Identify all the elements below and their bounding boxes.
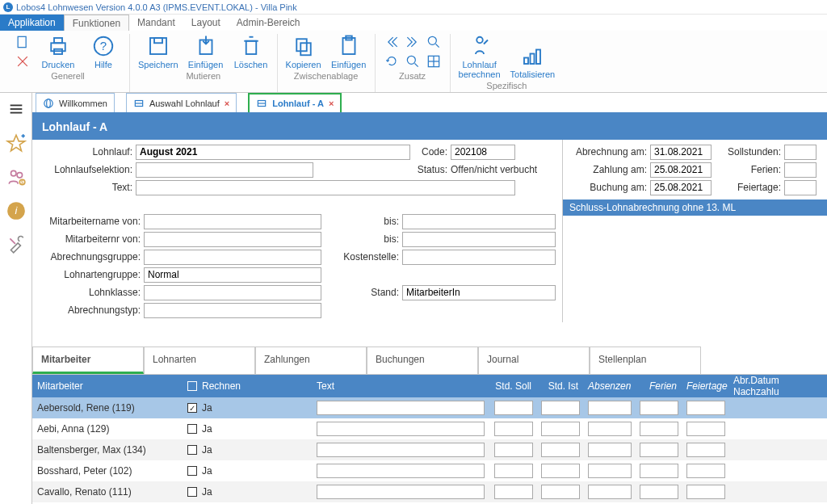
- ribbon-refresh-icon[interactable]: [405, 53, 421, 69]
- col-text[interactable]: Text: [312, 380, 489, 392]
- cell-ferien-input[interactable]: [640, 401, 678, 415]
- lowtab-zahlungen[interactable]: Zahlungen: [255, 346, 367, 374]
- input-zahlung[interactable]: [650, 162, 712, 178]
- cell-feiertage-input[interactable]: [686, 464, 725, 478]
- menu-funktionen[interactable]: Funktionen: [64, 15, 129, 31]
- col-rechnen[interactable]: Rechnen: [202, 380, 241, 392]
- input-sollstunden[interactable]: [784, 145, 817, 160]
- input-ferien[interactable]: [784, 162, 817, 178]
- input-abrechnungstyp[interactable]: [144, 303, 321, 318]
- input-lohnartengruppe[interactable]: [144, 267, 321, 283]
- rail-tools-icon[interactable]: [5, 233, 27, 256]
- input-lohnlauf[interactable]: [136, 145, 410, 160]
- ribbon-speichern[interactable]: Speichern: [138, 34, 178, 69]
- tab-auswahl-close[interactable]: ×: [225, 99, 229, 108]
- rail-info-icon[interactable]: i: [5, 200, 27, 222]
- ribbon-drucken[interactable]: Drucken: [40, 34, 76, 69]
- menu-applikation[interactable]: Applikation: [0, 15, 64, 31]
- tab-lohnlauf-close[interactable]: ×: [329, 99, 334, 108]
- cell-text-input[interactable]: [317, 443, 485, 457]
- ribbon-totalisieren[interactable]: Totalisieren: [510, 44, 556, 79]
- ribbon-prev-icon[interactable]: [384, 34, 400, 50]
- tab-auswahl[interactable]: Auswahl Lohnlauf ×: [126, 93, 237, 112]
- cell-ferien-input[interactable]: [640, 443, 678, 457]
- cell-stdist-input[interactable]: [541, 464, 580, 478]
- col-feiertage[interactable]: Feiertage: [682, 380, 728, 392]
- cell-absenzen-input[interactable]: [588, 443, 632, 457]
- rail-hamburger-icon[interactable]: [5, 98, 27, 120]
- tab-lohnlauf[interactable]: Lohnlauf - A ×: [248, 93, 342, 112]
- ribbon-kopieren[interactable]: Kopieren: [286, 34, 321, 69]
- input-bis2[interactable]: [402, 232, 556, 247]
- input-lohnklasse[interactable]: [144, 285, 321, 300]
- ribbon-loschen[interactable]: Löschen: [233, 34, 269, 69]
- ribbon-grid-icon[interactable]: [426, 53, 442, 69]
- cell-text-input[interactable]: [317, 485, 485, 499]
- cell-feiertage-input[interactable]: [686, 401, 725, 415]
- menu-layout[interactable]: Layout: [183, 15, 229, 31]
- cell-absenzen-input[interactable]: [588, 401, 632, 415]
- cell-stdsoll-input[interactable]: [494, 422, 533, 436]
- input-mitarbeiternr-von[interactable]: [144, 232, 321, 247]
- input-kostenstelle[interactable]: [402, 250, 556, 265]
- menu-admin[interactable]: Admin-Bereich: [229, 15, 309, 31]
- lowtab-mitarbeiter[interactable]: Mitarbeiter: [32, 346, 144, 374]
- cell-ferien-input[interactable]: [640, 485, 678, 499]
- checkbox[interactable]: [187, 466, 197, 476]
- input-bis1[interactable]: [402, 214, 556, 229]
- cell-stdsoll-input[interactable]: [494, 401, 533, 415]
- table-row[interactable]: Aebersold, Rene (119)Ja: [32, 397, 827, 418]
- checkbox[interactable]: [187, 487, 197, 497]
- col-abr[interactable]: Abr.Datum Nachzahlu: [728, 375, 827, 397]
- table-row[interactable]: Cavallo, Renato (111)Ja: [32, 481, 827, 502]
- input-code[interactable]: [451, 145, 515, 160]
- lowtab-lohnarten[interactable]: Lohnarten: [144, 346, 255, 374]
- cell-feiertage-input[interactable]: [686, 485, 725, 499]
- checkbox[interactable]: [187, 403, 197, 413]
- ribbon-next-icon[interactable]: [405, 34, 421, 50]
- ribbon-undo-icon[interactable]: [384, 53, 400, 69]
- menu-mandant[interactable]: Mandant: [129, 15, 183, 31]
- table-row[interactable]: Aebi, Anna (129)Ja: [32, 418, 827, 439]
- input-abrechnungsgruppe[interactable]: [144, 250, 321, 265]
- col-ferien[interactable]: Ferien: [635, 380, 682, 392]
- cell-stdsoll-input[interactable]: [494, 485, 533, 499]
- rail-star-icon[interactable]: [5, 132, 27, 154]
- cell-text-input[interactable]: [317, 464, 485, 478]
- table-row[interactable]: Bosshard, Peter (102)Ja: [32, 460, 827, 481]
- ribbon-new-icon[interactable]: [15, 34, 31, 50]
- ribbon-search-icon[interactable]: [426, 34, 442, 50]
- input-lohnlaufselektion[interactable]: [136, 162, 313, 178]
- cell-absenzen-input[interactable]: [588, 422, 632, 436]
- input-text[interactable]: [136, 180, 515, 195]
- checkbox[interactable]: [187, 445, 197, 455]
- cell-ferien-input[interactable]: [640, 464, 678, 478]
- ribbon-hilfe[interactable]: ? Hilfe: [86, 34, 121, 69]
- input-stand[interactable]: [402, 285, 556, 300]
- cell-stdist-input[interactable]: [541, 443, 580, 457]
- cell-stdist-input[interactable]: [541, 401, 580, 415]
- cell-absenzen-input[interactable]: [588, 464, 632, 478]
- input-mitarbeitername-von[interactable]: [144, 214, 321, 229]
- col-mitarbeiter[interactable]: Mitarbeiter: [32, 380, 183, 392]
- ribbon-einfugen[interactable]: Einfügen: [188, 34, 224, 69]
- cell-feiertage-input[interactable]: [686, 443, 725, 457]
- checkbox[interactable]: [187, 424, 197, 434]
- cell-ferien-input[interactable]: [640, 422, 678, 436]
- header-checkbox-icon[interactable]: [187, 381, 197, 391]
- lowtab-journal[interactable]: Journal: [478, 346, 590, 374]
- input-feiertage[interactable]: [784, 180, 817, 195]
- cell-stdsoll-input[interactable]: [494, 443, 533, 457]
- col-std-soll[interactable]: Std. Soll: [489, 380, 536, 392]
- input-buchung[interactable]: [650, 180, 712, 195]
- ribbon-delete-icon[interactable]: [15, 53, 31, 69]
- cell-absenzen-input[interactable]: [588, 485, 632, 499]
- cell-text-input[interactable]: [317, 422, 485, 436]
- col-absenzen[interactable]: Absenzen: [583, 380, 635, 392]
- cell-stdist-input[interactable]: [541, 422, 580, 436]
- cell-stdsoll-input[interactable]: [494, 464, 533, 478]
- cell-stdist-input[interactable]: [541, 485, 580, 499]
- input-abrechnung[interactable]: [650, 145, 712, 160]
- rail-people-icon[interactable]: $: [5, 166, 27, 188]
- tab-willkommen[interactable]: Willkommen: [36, 93, 115, 112]
